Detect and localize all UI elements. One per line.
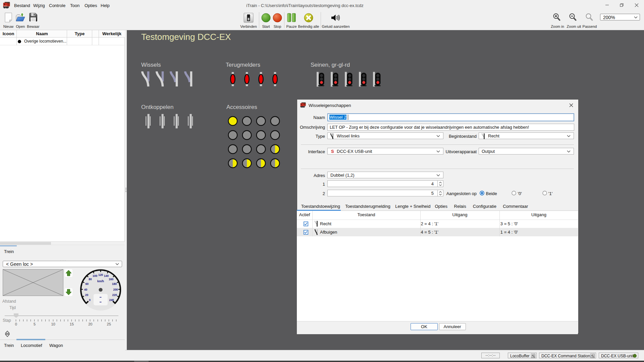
svg-text:60: 60: [85, 282, 89, 286]
svg-text:80: 80: [89, 278, 92, 281]
svg-text:0: 0: [89, 298, 91, 302]
svg-text:140: 140: [104, 274, 109, 278]
svg-text:120: 120: [98, 273, 103, 277]
svg-text:220: 220: [112, 293, 117, 297]
svg-text:100: 100: [93, 274, 97, 278]
svg-text:240: 240: [109, 298, 114, 302]
svg-text:km/h: km/h: [97, 280, 104, 283]
svg-text:40: 40: [84, 288, 88, 291]
svg-text:180: 180: [112, 282, 117, 286]
svg-text:200: 200: [113, 288, 118, 291]
svg-text:20: 20: [85, 293, 89, 297]
svg-text:160: 160: [109, 278, 113, 281]
